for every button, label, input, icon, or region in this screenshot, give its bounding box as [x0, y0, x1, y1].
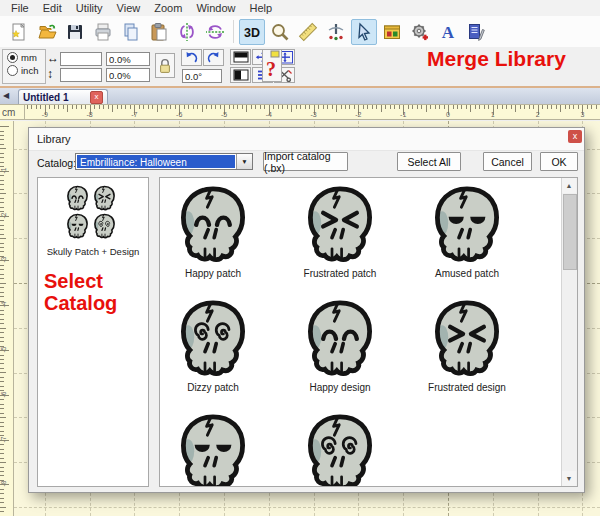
radio-inch-icon[interactable]	[7, 65, 18, 76]
undo-button[interactable]	[181, 49, 202, 66]
menu-item-edit[interactable]: Edit	[36, 1, 69, 15]
menu-item-utility[interactable]: Utility	[69, 1, 110, 15]
library-item[interactable]	[159, 412, 278, 487]
paste-button[interactable]	[146, 19, 172, 45]
scroll-up-icon[interactable]: ▲	[562, 178, 576, 193]
catalog-label: Catalog:	[37, 157, 76, 169]
library-item[interactable]: Frustrated design	[402, 298, 532, 393]
stitch-simulator-button[interactable]	[323, 19, 349, 45]
merge-library-icon	[410, 22, 430, 42]
preview-left-button[interactable]	[230, 67, 251, 83]
chevron-down-icon[interactable]: ▼	[236, 154, 252, 169]
skull-graphic-frustrated	[91, 185, 118, 211]
design-grid-panel: Happy patchFrustrated patchAmused patchD…	[159, 177, 578, 487]
merge-library-button[interactable]	[407, 19, 433, 45]
menu-item-file[interactable]: File	[4, 1, 36, 15]
ok-button[interactable]: OK	[540, 152, 578, 171]
menu-item-help[interactable]: Help	[243, 1, 280, 15]
width-input[interactable]	[60, 52, 102, 66]
notes-button[interactable]	[463, 19, 489, 45]
tab-title: Untitled 1	[23, 92, 69, 103]
view-3d-icon: 3D	[242, 22, 262, 42]
library-item-label: Frustrated design	[402, 382, 532, 393]
view-3d-button[interactable]: 3D	[239, 19, 265, 45]
dialog-close-button[interactable]: x	[568, 130, 582, 143]
flip-horizontal-button[interactable]	[174, 19, 200, 45]
menu-item-window[interactable]: Window	[189, 1, 242, 15]
tab-close-button[interactable]: x	[90, 91, 103, 104]
toolbar-separator	[233, 20, 234, 43]
library-item[interactable]: Amused patch	[402, 184, 532, 279]
rotation-input[interactable]	[182, 69, 222, 83]
radio-mm-icon[interactable]	[7, 52, 18, 63]
library-item[interactable]: Happy patch	[159, 184, 278, 279]
measure-button[interactable]	[295, 19, 321, 45]
sidebar-item-skully[interactable]: Skully Patch + Design	[38, 185, 148, 257]
lettering-button[interactable]: A	[435, 19, 461, 45]
library-dialog: Library x Catalog: Embrilliance: Hallowe…	[28, 127, 585, 493]
properties-toolbar: mm inch ↔ ↕	[0, 47, 600, 88]
skull-graphic-amused	[171, 412, 255, 487]
help-button[interactable]: ?	[262, 49, 282, 82]
import-catalog-button[interactable]: Import catalog (.bx)	[263, 152, 348, 171]
print-icon	[93, 22, 113, 42]
select-pointer-button[interactable]	[351, 19, 377, 45]
width-percent-input[interactable]	[106, 52, 150, 66]
height-arrows-icon: ↕	[47, 67, 53, 81]
preview-top-button[interactable]	[230, 49, 251, 65]
catalog-dropdown[interactable]: Embrilliance: Halloween ▼	[75, 153, 253, 170]
aspect-lock-button[interactable]	[155, 53, 175, 78]
mini-skull-amused	[64, 213, 91, 241]
lettering-icon: A	[438, 22, 458, 42]
redo-button[interactable]	[203, 49, 224, 66]
print-button[interactable]	[90, 19, 116, 45]
unit-inch-radio[interactable]: inch	[3, 63, 45, 76]
select-all-button[interactable]: Select All	[397, 152, 461, 171]
menu-item-zoom[interactable]: Zoom	[147, 1, 189, 15]
scrollbar-vertical[interactable]: ▲ ▼	[561, 178, 577, 486]
skull-graphic-happy	[298, 298, 382, 378]
tab-untitled-1[interactable]: Untitled 1 x	[18, 89, 108, 104]
preview-top-icon	[232, 50, 250, 64]
height-input[interactable]	[60, 68, 102, 82]
new-file-button[interactable]	[6, 19, 32, 45]
library-item[interactable]: Frustrated patch	[275, 184, 405, 279]
library-item-label: Dizzy patch	[159, 382, 278, 393]
library-item[interactable]: Happy design	[275, 298, 405, 393]
application-window: FileEditUtilityViewZoomWindowHelp 3DA mm…	[0, 0, 600, 516]
new-file-icon	[9, 22, 29, 42]
library-item[interactable]: Dizzy patch	[159, 298, 278, 393]
ruler-vertical: -1-2-3-4-5-6-7-8	[0, 121, 14, 516]
catalog-selected-value: Embrilliance: Halloween	[77, 155, 235, 168]
flip-horizontal-icon	[177, 22, 197, 42]
dialog-title-bar[interactable]: Library	[29, 128, 584, 151]
copy-icon	[121, 22, 141, 42]
tab-scroll-left-icon[interactable]: ◀	[3, 91, 9, 100]
menu-bar: FileEditUtilityViewZoomWindowHelp	[0, 0, 600, 16]
flip-vertical-button[interactable]	[202, 19, 228, 45]
library-icon	[382, 22, 402, 42]
svg-text:3D: 3D	[244, 25, 260, 39]
zoom-button[interactable]	[267, 19, 293, 45]
open-file-icon	[37, 22, 57, 42]
ruler-unit-label: cm	[0, 104, 25, 120]
library-item-label: Frustrated patch	[275, 268, 405, 279]
skull-graphic-frustrated	[298, 184, 382, 264]
catalog-sidebar: Skully Patch + Design	[37, 177, 149, 487]
library-item[interactable]	[275, 412, 405, 487]
scroll-down-icon[interactable]: ▼	[562, 471, 576, 486]
scrollbar-thumb[interactable]	[563, 194, 577, 270]
unit-mm-radio[interactable]: mm	[3, 50, 45, 63]
menu-item-view[interactable]: View	[110, 1, 148, 15]
open-file-button[interactable]	[34, 19, 60, 45]
height-percent-input[interactable]	[106, 68, 150, 82]
library-button[interactable]	[379, 19, 405, 45]
unit-selector: mm inch	[2, 49, 46, 84]
tab-bar: ◀ Untitled 1 x	[0, 88, 600, 104]
preview-left-icon	[232, 68, 250, 82]
copy-button[interactable]	[118, 19, 144, 45]
measure-icon	[298, 22, 318, 42]
mini-skull-happy	[64, 185, 91, 213]
save-button[interactable]	[62, 19, 88, 45]
cancel-button[interactable]: Cancel	[483, 152, 532, 171]
